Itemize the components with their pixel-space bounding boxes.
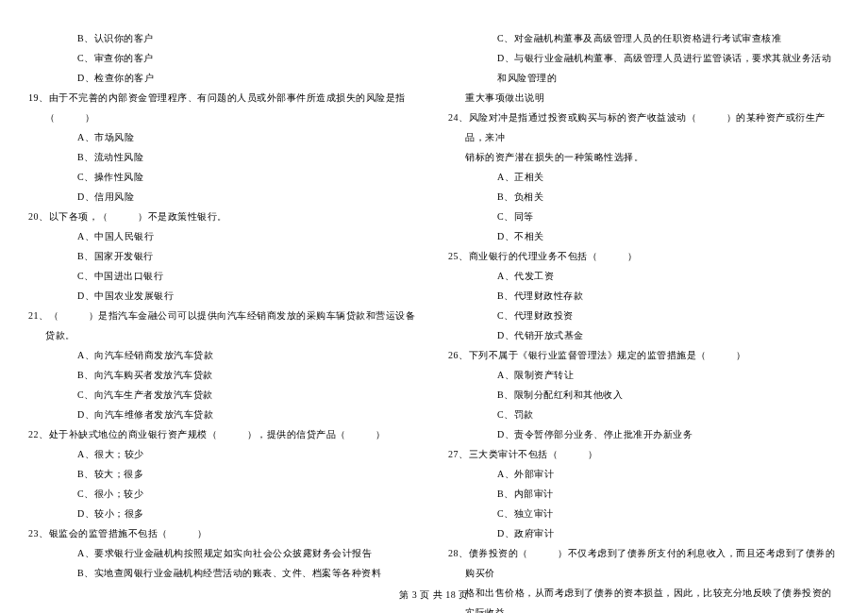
q23-option-a: A、要求银行业金融机构按照规定如实向社会公众披露财务会计报告 (28, 543, 420, 563)
q27-option-a: A、外部审计 (448, 464, 840, 484)
q25-option-d: D、代销开放式基金 (448, 325, 840, 345)
q18-option-c: C、审查你的客户 (28, 48, 420, 68)
q23-text: 23、银监会的监管措施不包括（ ） (28, 523, 420, 543)
q25-text: 25、商业银行的代理业务不包括（ ） (448, 246, 840, 266)
q23-option-b: B、实地查阅银行业金融机构经营活动的账表、文件、档案等各种资料 (28, 563, 420, 583)
q26-option-d: D、责令暂停部分业务、停止批准开办新业务 (448, 424, 840, 444)
q27-text: 27、三大类审计不包括（ ） (448, 444, 840, 464)
q19-option-a: A、市场风险 (28, 127, 420, 147)
left-column: B、认识你的客户 C、审查你的客户 D、检查你的客户 19、由于不完善的内部资金… (28, 28, 420, 585)
q18-option-d: D、检查你的客户 (28, 68, 420, 88)
q22-text: 22、处于补缺式地位的商业银行资产规模（ ），提供的信贷产品（ ） (28, 424, 420, 444)
q19-text: 19、由于不完善的内部资金管理程序、有问题的人员或外部事件所造成损失的风险是指（… (28, 88, 420, 127)
q19-option-b: B、流动性风险 (28, 147, 420, 167)
q25-option-a: A、代发工资 (448, 266, 840, 286)
q20-option-c: C、中国进出口银行 (28, 266, 420, 286)
q20-option-a: A、中国人民银行 (28, 226, 420, 246)
q22-option-d: D、较小；很多 (28, 504, 420, 523)
q20-option-d: D、中国农业发展银行 (28, 286, 420, 306)
q28-text: 28、债券投资的（ ）不仅考虑到了债券所支付的利息收入，而且还考虑到了债券的购买… (448, 543, 840, 583)
q25-option-b: B、代理财政性存款 (448, 286, 840, 306)
q24-cont: 销标的资产潜在损失的一种策略性选择。 (448, 147, 840, 167)
q19-option-d: D、信用风险 (28, 187, 420, 207)
q26-option-b: B、限制分配红利和其他收入 (448, 385, 840, 405)
q18-option-b: B、认识你的客户 (28, 28, 420, 48)
q24-option-a: A、正相关 (448, 167, 840, 187)
q20-text: 20、以下各项，（ ）不是政策性银行。 (28, 207, 420, 226)
q23-option-d: D、与银行业金融机构董事、高级管理人员进行监管谈话，要求其就业务活动和风险管理的 (448, 48, 840, 88)
q19-option-c: C、操作性风险 (28, 167, 420, 187)
page-footer: 第 3 页 共 18 页 (0, 588, 868, 602)
q27-option-b: B、内部审计 (448, 484, 840, 504)
q27-option-c: C、独立审计 (448, 504, 840, 523)
q26-option-c: C、罚款 (448, 405, 840, 424)
q21-option-c: C、向汽车生产者发放汽车贷款 (28, 385, 420, 405)
q22-option-a: A、很大；较少 (28, 444, 420, 464)
q22-option-c: C、很小；较少 (28, 484, 420, 504)
q24-option-d: D、不相关 (448, 226, 840, 246)
q21-option-a: A、向汽车经销商发放汽车贷款 (28, 345, 420, 365)
q25-option-c: C、代理财政投资 (448, 306, 840, 325)
q23-option-c: C、对金融机构董事及高级管理人员的任职资格进行考试审查核准 (448, 28, 840, 48)
q21-text: 21、（ ）是指汽车金融公司可以提供向汽车经销商发放的采购车辆贷款和营运设备贷款… (28, 306, 420, 345)
q26-option-a: A、限制资产转让 (448, 365, 840, 385)
q23-cont: 重大事项做出说明 (448, 88, 840, 108)
q21-option-b: B、向汽车购买者发放汽车贷款 (28, 365, 420, 385)
q26-text: 26、下列不属于《银行业监督管理法》规定的监管措施是（ ） (448, 345, 840, 365)
right-column: C、对金融机构董事及高级管理人员的任职资格进行考试审查核准 D、与银行业金融机构… (448, 28, 840, 585)
q21-option-d: D、向汽车维修者发放汽车贷款 (28, 405, 420, 424)
q24-option-c: C、同等 (448, 207, 840, 226)
q24-text: 24、风险对冲是指通过投资或购买与标的资产收益波动（ ）的某种资产或衍生产品，来… (448, 108, 840, 147)
q27-option-d: D、政府审计 (448, 523, 840, 543)
q22-option-b: B、较大；很多 (28, 464, 420, 484)
q24-option-b: B、负相关 (448, 187, 840, 207)
q20-option-b: B、国家开发银行 (28, 246, 420, 266)
